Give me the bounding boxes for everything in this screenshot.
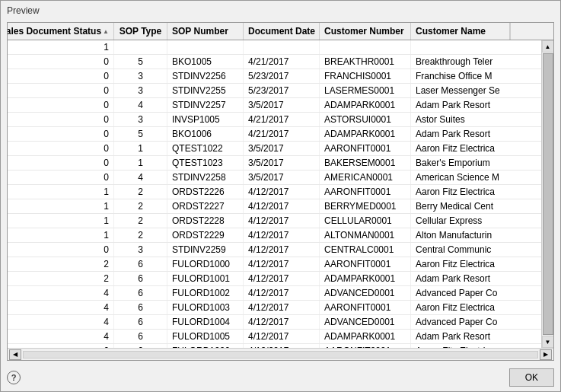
table-cell-sop-type: 6 bbox=[114, 330, 167, 343]
scroll-up-button[interactable]: ▲ bbox=[542, 40, 554, 53]
table-cell-status: 1 bbox=[8, 228, 114, 242]
scroll-track[interactable] bbox=[23, 351, 538, 359]
scroll-right-button[interactable]: ▶ bbox=[540, 349, 552, 360]
table-cell-cust-num: BREAKTHR0001 bbox=[320, 55, 411, 69]
table-cell-doc-date: 3/5/2017 bbox=[244, 171, 320, 184]
table-cell-status: 1 bbox=[8, 214, 114, 228]
table-cell-sop-type: 4 bbox=[114, 171, 167, 184]
sort-arrow-status: ▲ bbox=[103, 28, 109, 35]
col-header-status[interactable]: Sales Document Status ▲ bbox=[8, 23, 114, 40]
table-row[interactable]: 05BKO10054/21/2017BREAKTHR0001Breakthrou… bbox=[8, 55, 541, 69]
table-row[interactable]: 1 bbox=[8, 40, 541, 55]
ok-button[interactable]: OK bbox=[509, 368, 554, 387]
table-cell-doc-date: 4/21/2017 bbox=[244, 127, 320, 141]
scroll-spacer bbox=[510, 23, 522, 40]
table-cell-status: 0 bbox=[8, 113, 114, 126]
table-cell-cust-num: AARONFIT0001 bbox=[320, 185, 411, 199]
table-row[interactable]: 01QTEST10233/5/2017BAKERSEM0001Baker's E… bbox=[8, 156, 541, 171]
col-header-sop-type[interactable]: SOP Type bbox=[114, 23, 167, 40]
table-row[interactable]: 46FULORD10054/12/2017ADAMPARK0001Adam Pa… bbox=[8, 330, 541, 344]
table-row[interactable]: 46FULORD10044/12/2017ADVANCED0001Advance… bbox=[8, 315, 541, 330]
window-title: Preview bbox=[7, 5, 40, 16]
table-row[interactable]: 03STDINV22565/23/2017FRANCHIS0001Franchi… bbox=[8, 69, 541, 84]
table-cell-sop-type bbox=[114, 40, 167, 54]
table-cell-cust-name: Aaron Fitz Electrica bbox=[411, 257, 510, 271]
table-cell-cust-num: ALTONMAN0001 bbox=[320, 228, 411, 242]
data-table: Sales Document Status ▲ SOP Type SOP Num… bbox=[7, 22, 554, 361]
table-row[interactable]: 03INVSP10054/21/2017ASTORSUI0001Astor Su… bbox=[8, 113, 541, 127]
table-cell-status: 2 bbox=[8, 272, 114, 285]
table-row[interactable]: 12ORDST22274/12/2017BERRYMED0001Berry Me… bbox=[8, 199, 541, 214]
table-cell-status: 0 bbox=[8, 243, 114, 257]
table-cell-sop-type: 3 bbox=[114, 69, 167, 83]
table-cell-status: 0 bbox=[8, 69, 114, 83]
table-cell-sop-type: 2 bbox=[114, 228, 167, 242]
table-cell-sop-number: QTEST1023 bbox=[167, 156, 244, 170]
horizontal-scrollbar[interactable]: ◀ ▶ bbox=[8, 348, 553, 360]
col-header-cust-name[interactable]: Customer Name bbox=[411, 23, 510, 40]
table-cell-cust-name: Adam Park Resort bbox=[411, 272, 510, 285]
table-cell-doc-date: 4/12/2017 bbox=[244, 330, 320, 343]
table-cell-doc-date: 4/21/2017 bbox=[244, 55, 320, 69]
table-row[interactable]: 04STDINV22573/5/2017ADAMPARK0001Adam Par… bbox=[8, 98, 541, 113]
table-body[interactable]: 105BKO10054/21/2017BREAKTHR0001Breakthro… bbox=[8, 40, 541, 348]
table-row[interactable]: 26FULORD10014/12/2017ADAMPARK0001Adam Pa… bbox=[8, 272, 541, 286]
table-cell-sop-number: STDINV2257 bbox=[167, 98, 244, 112]
vertical-scrollbar[interactable]: ▲ ▼ bbox=[541, 40, 553, 348]
table-row[interactable]: 46FULORD10024/12/2017ADVANCED0001Advance… bbox=[8, 286, 541, 301]
table-cell-cust-num: ASTORSUI0001 bbox=[320, 113, 411, 126]
table-cell-cust-name: Franchise Office M bbox=[411, 69, 510, 83]
content-area: Sales Document Status ▲ SOP Type SOP Num… bbox=[1, 19, 560, 364]
table-cell-doc-date: 3/5/2017 bbox=[244, 142, 320, 155]
table-cell-sop-type: 3 bbox=[114, 113, 167, 126]
table-cell-cust-name: Adam Park Resort bbox=[411, 98, 510, 112]
table-cell-cust-name: Berry Medical Cent bbox=[411, 199, 510, 213]
table-cell-doc-date: 4/12/2017 bbox=[244, 301, 320, 314]
table-row[interactable]: 05BKO10064/21/2017ADAMPARK0001Adam Park … bbox=[8, 127, 541, 142]
table-cell-cust-num: CENTRALC0001 bbox=[320, 243, 411, 257]
col-header-sop-number[interactable]: SOP Number bbox=[167, 23, 244, 40]
table-row[interactable]: 03STDINV22555/23/2017LASERMES0001Laser M… bbox=[8, 84, 541, 98]
table-cell-sop-number: ORDST2227 bbox=[167, 199, 244, 213]
table-row[interactable]: 04STDINV22583/5/2017AMERICAN0001American… bbox=[8, 171, 541, 185]
table-row[interactable]: 12ORDST22294/12/2017ALTONMAN0001Alton Ma… bbox=[8, 228, 541, 243]
table-cell-cust-num: FRANCHIS0001 bbox=[320, 69, 411, 83]
table-cell-cust-num: ADVANCED0001 bbox=[320, 286, 411, 300]
table-row[interactable]: 12ORDST22264/12/2017AARONFIT0001Aaron Fi… bbox=[8, 185, 541, 199]
table-cell-doc-date: 4/12/2017 bbox=[244, 214, 320, 228]
table-cell-cust-name: American Science M bbox=[411, 171, 510, 184]
table-cell-sop-number: INVSP1005 bbox=[167, 113, 244, 126]
table-cell-sop-number: BKO1006 bbox=[167, 127, 244, 141]
table-cell-cust-num: CELLULAR0001 bbox=[320, 214, 411, 228]
table-cell-cust-num: AARONFIT0001 bbox=[320, 142, 411, 155]
table-cell-status: 4 bbox=[8, 315, 114, 329]
table-cell-status: 0 bbox=[8, 55, 114, 69]
table-cell-sop-number: ORDST2229 bbox=[167, 228, 244, 242]
table-body-wrapper: 105BKO10054/21/2017BREAKTHR0001Breakthro… bbox=[8, 40, 553, 348]
table-cell-status: 0 bbox=[8, 98, 114, 112]
table-cell-status: 1 bbox=[8, 40, 114, 54]
col-header-doc-date[interactable]: Document Date bbox=[244, 23, 320, 40]
help-button[interactable]: ? bbox=[7, 371, 21, 384]
scroll-left-button[interactable]: ◀ bbox=[9, 349, 21, 360]
table-row[interactable]: 03STDINV22594/12/2017CENTRALC0001Central… bbox=[8, 243, 541, 257]
table-row[interactable]: 12ORDST22284/12/2017CELLULAR0001Cellular… bbox=[8, 214, 541, 228]
table-cell-cust-name: Advanced Paper Co bbox=[411, 286, 510, 300]
table-cell-sop-type: 6 bbox=[114, 257, 167, 271]
table-cell-cust-name: Aaron Fitz Electrica bbox=[411, 185, 510, 199]
table-cell-sop-type: 5 bbox=[114, 127, 167, 141]
table-cell-sop-number: STDINV2259 bbox=[167, 243, 244, 257]
table-cell-cust-num: ADAMPARK0001 bbox=[320, 98, 411, 112]
scroll-thumb[interactable] bbox=[543, 53, 553, 335]
table-row[interactable]: 46FULORD10034/12/2017AARONFIT0001Aaron F… bbox=[8, 301, 541, 315]
table-cell-sop-number: FULORD1003 bbox=[167, 301, 244, 314]
title-bar: Preview bbox=[1, 1, 560, 19]
table-cell-doc-date: 5/23/2017 bbox=[244, 84, 320, 97]
col-header-cust-num[interactable]: Customer Number bbox=[320, 23, 411, 40]
table-cell-sop-number: FULORD1002 bbox=[167, 286, 244, 300]
table-row[interactable]: 01QTEST10223/5/2017AARONFIT0001Aaron Fit… bbox=[8, 142, 541, 156]
scroll-down-button[interactable]: ▼ bbox=[542, 336, 554, 348]
table-cell-cust-num: LASERMES0001 bbox=[320, 84, 411, 97]
table-row[interactable]: 26FULORD10004/12/2017AARONFIT0001Aaron F… bbox=[8, 257, 541, 272]
table-cell-sop-type: 6 bbox=[114, 272, 167, 285]
